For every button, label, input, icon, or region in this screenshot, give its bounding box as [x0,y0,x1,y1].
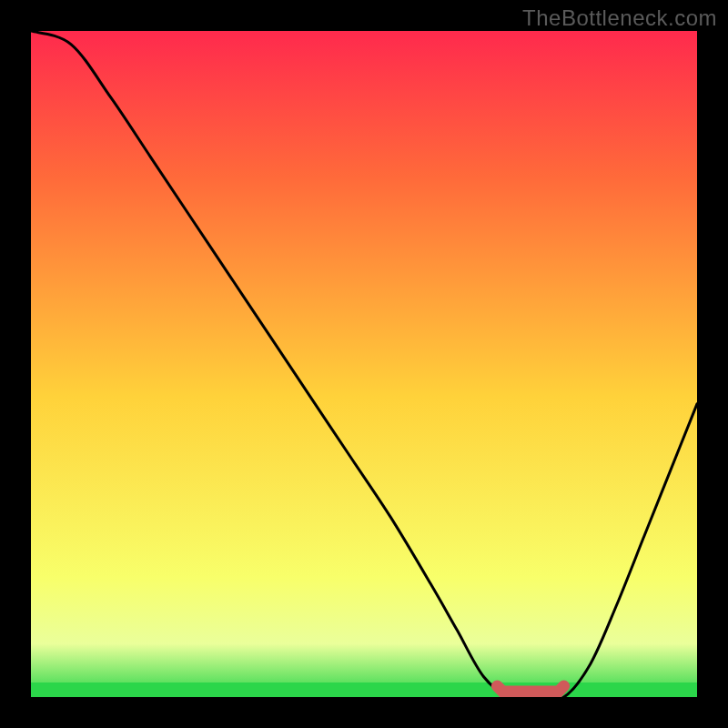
bottleneck-chart-svg [31,31,697,697]
green-baseline-band [31,682,697,697]
gradient-background [31,31,697,697]
chart-frame: TheBottleneck.com [0,0,728,728]
plot-area [31,31,697,697]
optimum-range-marker [497,686,563,692]
watermark-text: TheBottleneck.com [522,5,717,31]
